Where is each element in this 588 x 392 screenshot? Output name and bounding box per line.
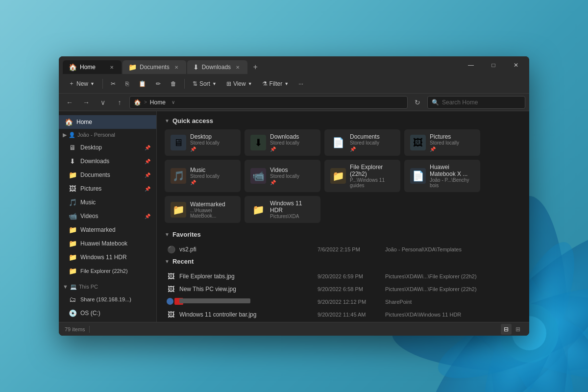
qa-item[interactable]: 📁 Windows 11 HDR Pictures\XDA: [245, 196, 320, 223]
favorites-list: ⚫ vs2.pfi 7/6/2022 2:15 PM João - Person…: [165, 243, 521, 256]
qa-item-sub: Pictures\XDA: [270, 214, 315, 219]
osdrive-icon: 💿: [69, 309, 76, 317]
list-item[interactable]: 🖼 New This PC view.jpg 9/20/2022 6:58 PM…: [165, 283, 521, 295]
pin-icon-3: 📌: [145, 172, 150, 178]
thispc-chevron-icon: ▼: [63, 284, 68, 290]
music-icon: 🎵: [69, 198, 76, 206]
copy-button[interactable]: ⎘: [122, 78, 133, 89]
new-button[interactable]: ＋ New ▼: [65, 77, 98, 90]
qa-item-sub: Stored locally: [190, 140, 220, 146]
sort-button[interactable]: ⇅ Sort ▼: [189, 78, 220, 89]
qa-item-sub: Stored locally: [350, 140, 380, 146]
tab-close-documents[interactable]: ✕: [172, 63, 180, 71]
paste-button[interactable]: 📋: [135, 78, 150, 89]
qa-item[interactable]: 🎵 Music Stored locally 📌: [165, 160, 241, 192]
sidebar-item-downloads[interactable]: ⬇ Downloads 📌: [59, 154, 156, 168]
sidebar-item-music[interactable]: 🎵 Music: [59, 196, 156, 209]
more-icon: ···: [298, 80, 303, 87]
sidebar-item-pictures[interactable]: 🖼 Pictures 📌: [59, 182, 156, 196]
tab-downloads[interactable]: ⬇ Downloads ✕: [187, 60, 247, 74]
qa-item[interactable]: 📹 Videos Stored locally 📌: [245, 160, 320, 192]
address-dropdown-button[interactable]: ∨: [169, 96, 178, 109]
toolbar-separator-2: [184, 79, 185, 89]
pin-icon: 📌: [145, 145, 150, 150]
qa-item[interactable]: ⬇ Downloads Stored locally 📌: [245, 129, 320, 156]
filter-icon: ⚗: [262, 80, 268, 87]
personal-icon: 👤: [69, 132, 75, 138]
filter-button[interactable]: ⚗ Filter ▼: [258, 78, 293, 89]
sidebar-item-fe22h2[interactable]: 📁 File Explorer (22h2): [59, 264, 156, 278]
sidebar-item-huawei[interactable]: 📁 Huawei Matebook: [59, 237, 156, 250]
recent-list: 🖼 File Explorer tabs.jpg 9/20/2022 6:59 …: [165, 270, 521, 322]
qa-item-name: Windows 11 HDR: [270, 200, 315, 214]
pin-icon-2: 📌: [145, 159, 150, 164]
sidebar-item-documents[interactable]: 📁 Documents 📌: [59, 168, 156, 182]
qa-item[interactable]: 📄 Documents Stored locally 📌: [324, 129, 400, 156]
forward-button[interactable]: →: [79, 96, 93, 109]
list-item[interactable]: 9/20/2022 12:12 PM SharePoint: [165, 295, 521, 308]
qa-icon: 📄: [410, 168, 426, 184]
file-location: Pictures\XDAWi...\File Explorer (22h2): [385, 286, 519, 292]
tiles-view-button[interactable]: ⊞: [513, 324, 523, 335]
up-button[interactable]: ↑: [113, 96, 126, 109]
sidebar-item-watermarked[interactable]: 📁 Watermarked: [59, 223, 156, 237]
list-item[interactable]: 🖼 File Explorer tabs.jpg 9/20/2022 6:59 …: [165, 270, 521, 283]
new-tab-button[interactable]: +: [248, 60, 262, 74]
recent-button[interactable]: ∨: [96, 96, 110, 109]
sidebar-item-share[interactable]: 🗂 Share (192.168.19...): [59, 293, 156, 306]
qa-item-name: Huawei Matebook X ...: [430, 164, 474, 177]
qa-item[interactable]: 📁 File Explorer (22h2) P...\Windows 11 g…: [324, 160, 400, 192]
address-path[interactable]: 🏠 > Home ∨: [129, 96, 408, 109]
sidebar-item-osdrive[interactable]: 💿 OS (C:): [59, 306, 156, 320]
file-location: Pictures\XDA\Windows 11 HDR: [385, 312, 519, 318]
sidebar-section-thispc[interactable]: ▼ 💻 This PC: [59, 281, 156, 293]
file-icon: [167, 298, 175, 306]
delete-button[interactable]: 🗑: [167, 78, 180, 89]
qa-pin-icon: 📌: [430, 147, 459, 152]
quick-access-grid: 🖥 Desktop Stored locally 📌 ⬇ Downloads S…: [165, 129, 521, 223]
tab-icon-downloads: ⬇: [193, 63, 199, 71]
sidebar-section-personal[interactable]: ▶ 👤 João - Personal: [59, 129, 156, 141]
qa-item[interactable]: 🖼 Pictures Stored locally 📌: [404, 129, 480, 156]
more-button[interactable]: ···: [294, 78, 307, 89]
huawei-icon: 📁: [69, 240, 76, 247]
pin-icon-5: 📌: [145, 214, 150, 219]
file-name: File Explorer tabs.jpg: [179, 273, 314, 280]
maximize-button[interactable]: □: [482, 56, 505, 74]
details-view-button[interactable]: ⊟: [501, 324, 512, 335]
qa-item[interactable]: 📁 Watermarked ...\Huawei MateBook...: [165, 196, 241, 223]
qa-item-sub: Stored locally: [430, 140, 459, 146]
list-item[interactable]: ⚫ vs2.pfi 7/6/2022 2:15 PM João - Person…: [165, 243, 521, 256]
qa-icon: 📄: [330, 135, 346, 150]
back-button[interactable]: ←: [63, 96, 76, 109]
qa-item[interactable]: 📄 Huawei Matebook X ... João - P...\Benc…: [404, 160, 480, 192]
rename-button[interactable]: ✏: [152, 78, 165, 89]
qa-item[interactable]: 🖥 Desktop Stored locally 📌: [165, 129, 241, 156]
path-chevron: >: [144, 99, 147, 105]
tab-close-downloads[interactable]: ✕: [234, 63, 242, 71]
blurred-filename: [179, 298, 250, 303]
rename-icon: ✏: [156, 80, 161, 87]
close-button[interactable]: ✕: [505, 56, 527, 74]
minimize-button[interactable]: —: [460, 56, 482, 74]
recent-chevron: ▼: [165, 259, 170, 264]
sidebar-item-desktop[interactable]: 🖥 Desktop 📌: [59, 141, 156, 154]
view-button[interactable]: ⊞ View ▼: [222, 78, 256, 89]
file-icon: ⚫: [167, 245, 175, 253]
quick-access-chevron: ▼: [165, 118, 170, 123]
main-area: 🏠 Home ▶ 👤 João - Personal 🖥 Desktop 📌 ⬇…: [59, 111, 529, 322]
cut-button[interactable]: ✂: [107, 78, 120, 89]
list-item[interactable]: 🖼 Windows 11 controller bar.jpg 9/20/202…: [165, 308, 521, 321]
sidebar-item-win11hdr[interactable]: 📁 Windows 11 HDR: [59, 250, 156, 264]
tab-documents[interactable]: 📁 Documents ✕: [122, 60, 186, 74]
tab-home[interactable]: 🏠 Home ✕: [63, 60, 122, 74]
tab-close-home[interactable]: ✕: [108, 63, 116, 71]
view-toggle-buttons: ⊟ ⊞: [501, 324, 523, 335]
sort-icon: ⇅: [193, 80, 197, 87]
file-date: 9/20/2022 6:58 PM: [318, 286, 381, 292]
sidebar-item-videos[interactable]: 📹 Videos 📌: [59, 209, 156, 223]
explorer-window: 🏠 Home ✕📁 Documents ✕⬇ Downloads ✕+ — □ …: [59, 56, 529, 336]
search-box[interactable]: 🔍 Search Home: [427, 96, 525, 109]
sidebar-item-home[interactable]: 🏠 Home: [59, 115, 156, 129]
refresh-button[interactable]: ↻: [411, 96, 424, 109]
